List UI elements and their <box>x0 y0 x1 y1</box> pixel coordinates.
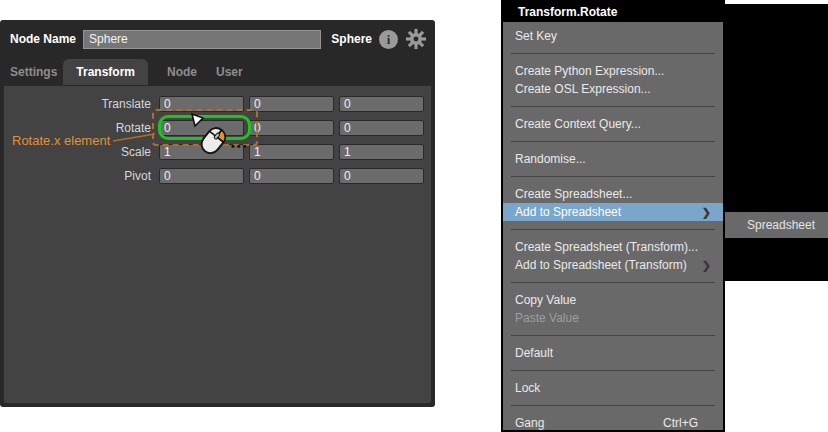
scale-z-field[interactable] <box>339 144 424 160</box>
menu-separator <box>511 53 715 54</box>
submenu-backdrop <box>723 4 828 281</box>
menu-separator <box>511 370 715 371</box>
node-name-label: Node Name <box>10 32 76 46</box>
translate-label: Translate <box>4 97 159 111</box>
menu-item-create-osl-expression[interactable]: Create OSL Expression... <box>503 80 723 98</box>
menu-separator <box>511 229 715 230</box>
context-menu-title: Transform.Rotate <box>503 2 723 22</box>
gang-shortcut-label: Ctrl+G <box>663 414 698 430</box>
menu-item-create-spreadsheet-transform[interactable]: Create Spreadsheet (Transform)... <box>503 238 723 256</box>
context-menu-body: Set Key Create Python Expression... Crea… <box>503 22 723 430</box>
transform-rotate-context-menu: Transform.Rotate Set Key Create Python E… <box>501 0 725 432</box>
menu-item-create-context-query[interactable]: Create Context Query... <box>503 115 723 133</box>
menu-item-create-spreadsheet[interactable]: Create Spreadsheet... <box>503 185 723 203</box>
pivot-x-field[interactable] <box>159 168 244 184</box>
submenu-arrow-icon: ❯ <box>702 203 711 221</box>
menu-separator <box>511 106 715 107</box>
node-type-label: Sphere <box>331 32 372 46</box>
gear-icon[interactable] <box>405 28 427 50</box>
pivot-z-field[interactable] <box>339 168 424 184</box>
menu-item-lock[interactable]: Lock <box>503 379 723 397</box>
menu-item-default[interactable]: Default <box>503 344 723 362</box>
tab-transform[interactable]: Transform <box>63 59 148 85</box>
menu-item-copy-value[interactable]: Copy Value <box>503 291 723 309</box>
menu-item-add-to-spreadsheet[interactable]: Add to Spreadsheet ❯ <box>503 203 723 221</box>
menu-separator <box>511 141 715 142</box>
rotate-x-annotation-label: Rotate.x element <box>12 133 110 148</box>
rotate-z-field[interactable] <box>339 120 424 136</box>
translate-z-field[interactable] <box>339 96 424 112</box>
rotate-y-field[interactable] <box>249 120 334 136</box>
tab-settings[interactable]: Settings <box>10 59 57 85</box>
submenu-arrow-icon: ❯ <box>702 256 711 274</box>
translate-y-field[interactable] <box>249 96 334 112</box>
menu-item-gang[interactable]: Gang Ctrl+G <box>503 414 723 430</box>
menu-item-randomise[interactable]: Randomise... <box>503 150 723 168</box>
menu-separator <box>511 282 715 283</box>
annotation-connector-line <box>111 129 159 145</box>
menu-item-create-python-expression[interactable]: Create Python Expression... <box>503 62 723 80</box>
drag-hint-dots: ••• <box>231 140 249 152</box>
pivot-row: Pivot <box>4 168 431 184</box>
node-name-input[interactable] <box>83 30 321 49</box>
menu-separator <box>511 405 715 406</box>
menu-separator <box>511 335 715 336</box>
panel-header: Node Name Sphere i <box>0 20 435 58</box>
tab-user[interactable]: User <box>216 59 243 85</box>
submenu-item-spreadsheet[interactable]: Spreadsheet <box>725 212 828 238</box>
pivot-y-field[interactable] <box>249 168 334 184</box>
pivot-label: Pivot <box>4 169 159 183</box>
menu-item-paste-value: Paste Value <box>503 309 723 327</box>
tab-node[interactable]: Node <box>167 59 197 85</box>
panel-tabs: Settings Transform Node User <box>0 58 435 85</box>
spreadsheet-submenu: Spreadsheet <box>725 212 828 238</box>
node-parameters-panel: Node Name Sphere i Settings Transform No… <box>0 20 435 407</box>
menu-item-set-key[interactable]: Set Key <box>503 27 723 45</box>
menu-item-add-to-spreadsheet-transform[interactable]: Add to Spreadsheet (Transform) ❯ <box>503 256 723 274</box>
menu-separator <box>511 176 715 177</box>
info-icon[interactable]: i <box>379 30 398 49</box>
scale-y-field[interactable] <box>249 144 334 160</box>
